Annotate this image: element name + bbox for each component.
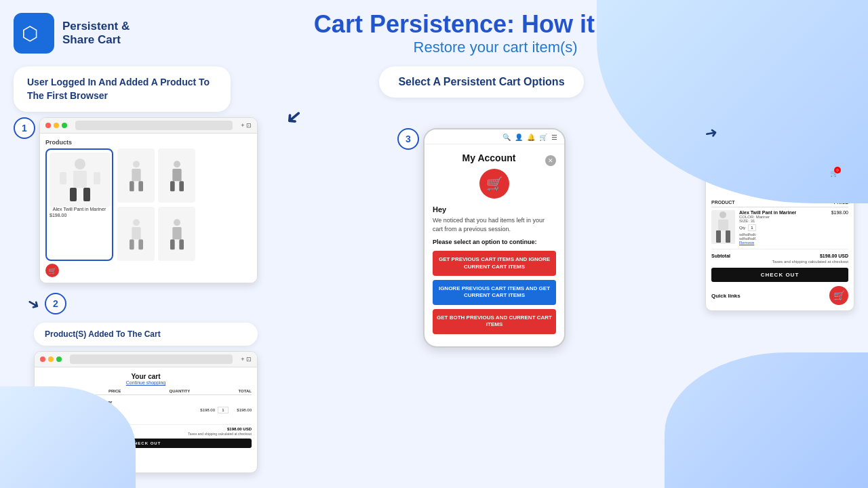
device2-subtotal-label: Subtotal (711, 253, 730, 258)
person3-svg (163, 159, 191, 192)
step2-area: ➜ 2 (14, 293, 258, 314)
svg-point-18 (174, 220, 180, 226)
device2-cart-btn[interactable]: 🛒 (829, 286, 848, 305)
phone-select-msg: Please select an option to continue: (433, 239, 556, 245)
step1-browser: + ⊡ Products (39, 117, 258, 283)
product-price-1: $198.00 (50, 213, 109, 218)
page-content: ⬡ Persistent & Share Cart Cart Persisten… (0, 0, 868, 488)
dot-red (45, 123, 51, 128)
person-svg (56, 156, 104, 203)
phone-top-bar: 🔍 👤 🔔 🛒 ☰ (425, 129, 564, 144)
btn-ignore-previous[interactable]: IGNORE PREVIOUS CART ITEMS AND GET CURRE… (433, 280, 556, 305)
dot-green (62, 123, 67, 128)
device2-prod-info: Alex Twill Pant in Mariner COLOR: Marine… (739, 210, 827, 245)
svg-rect-12 (170, 182, 175, 192)
device2-prod-image (711, 210, 735, 244)
product-grid-right (117, 148, 195, 261)
col-quantity: QUANTITY (170, 389, 191, 393)
person2-svg (123, 159, 150, 192)
dot-green-2 (56, 357, 62, 362)
cart-button-1[interactable]: 🛒 (45, 264, 59, 277)
svg-rect-8 (130, 182, 134, 192)
product-name-1: Alex Twill Pant in Mariner (50, 207, 109, 212)
cart-continue[interactable]: Continue shopping (40, 380, 252, 385)
device2-prod-size: SIZE: 31 (739, 219, 827, 223)
url-bar-2 (70, 354, 233, 364)
logo-label: Persistent & Share Cart (62, 20, 130, 47)
search-icon: 🔍 (502, 134, 511, 141)
browser1-body: Products (40, 134, 257, 283)
svg-rect-11 (172, 169, 181, 181)
menu-icon: ☰ (551, 134, 557, 141)
device2-taxes: Taxes and shipping calculated at checkou… (711, 260, 848, 264)
device2-subtotal-value: $198.00 USD (820, 253, 848, 258)
svg-point-6 (133, 161, 140, 168)
browser-controls: + ⊡ (241, 122, 252, 129)
svg-point-26 (719, 211, 726, 218)
phone-message: We noticed that you had items left in yo… (433, 216, 556, 233)
bell-icon: 🔔 (527, 134, 535, 141)
logo-icon: ⬡ (22, 22, 38, 45)
step2-badge: 2 (45, 293, 66, 314)
cart-prod-total: $198.00 (231, 408, 252, 412)
arrow-step2-3: ➜ (279, 102, 308, 131)
product-row-3 (117, 207, 195, 261)
device2-prod-svg (711, 210, 735, 244)
device2-qty-row: Qty 1 (739, 224, 827, 231)
product-added-label: Product(S) Added To The Cart (34, 323, 258, 346)
close-icon[interactable]: ✕ (545, 155, 556, 166)
svg-rect-3 (83, 188, 90, 201)
svg-rect-1 (73, 171, 87, 188)
step1-label-box: User Logged In And Added A Product To Th… (14, 66, 231, 112)
device2-remove[interactable]: Remove (739, 241, 827, 245)
device2-qty[interactable]: 1 (748, 224, 755, 231)
cart-qty[interactable]: 1 (218, 407, 229, 413)
cart-icon: 🛒 (539, 134, 547, 141)
phone-account-header: My Account ✕ (433, 152, 556, 169)
col-price: PRICE (108, 389, 121, 393)
subtotal-value: $198.00 USD (227, 427, 252, 431)
svg-point-10 (174, 161, 180, 168)
btn-get-previous[interactable]: GET PREVIOUS CART ITEMS AND IGNORE CURRE… (433, 251, 556, 276)
product-row-2 (117, 148, 195, 203)
step1-row: 1 + ⊡ Products (14, 117, 258, 283)
svg-rect-17 (138, 240, 143, 250)
device2-cart-icon: 🛒0 (830, 169, 838, 177)
svg-point-0 (75, 159, 85, 169)
person-icon: 👤 (515, 134, 523, 141)
product-image-1 (50, 152, 111, 207)
svg-rect-16 (130, 240, 134, 250)
cart-count-badge: 0 (834, 167, 841, 174)
dot-yellow-2 (48, 357, 54, 362)
svg-rect-13 (179, 182, 184, 192)
browser1-bar: + ⊡ (40, 118, 257, 134)
cart-title: Your cart (40, 373, 252, 380)
svg-rect-20 (170, 240, 175, 250)
logo-text: Persistent & Share Cart (62, 20, 130, 47)
person4-svg (123, 217, 150, 251)
phone-body: My Account ✕ 🛒 Hey We noticed that you h… (425, 144, 564, 346)
step1-badge: 1 (14, 117, 35, 139)
checkout-btn-device2[interactable]: CHECK OUT (711, 268, 848, 282)
arrow-down: ➜ (24, 293, 43, 314)
svg-rect-15 (132, 227, 140, 239)
btn-get-both[interactable]: GET BOTH PREVIOUS AND CURRENT CART ITEMS (433, 309, 556, 334)
browser2-controls: + ⊡ (241, 356, 252, 363)
svg-rect-28 (716, 230, 721, 243)
product-card-5 (158, 207, 195, 261)
svg-point-14 (133, 220, 140, 226)
quick-links-label: Quick links (711, 293, 741, 299)
device2-cart-row: Alex Twill Pant in Mariner COLOR: Marine… (711, 210, 848, 249)
phone-hey: Hey (433, 205, 556, 214)
svg-rect-27 (718, 220, 728, 230)
phone-container: 🔍 👤 🔔 🛒 ☰ My Account ✕ 🛒 (423, 128, 566, 348)
svg-rect-2 (70, 188, 77, 201)
svg-rect-29 (726, 230, 730, 243)
phone-mockup: 🔍 👤 🔔 🛒 ☰ My Account ✕ 🛒 (423, 128, 566, 348)
svg-rect-9 (138, 182, 143, 192)
product-card-main: Alex Twill Pant in Mariner $198.00 (45, 148, 113, 261)
product-card-4 (117, 207, 155, 261)
cart-prod-price: $198.00 (195, 408, 215, 412)
quick-links-row: Quick links 🛒 (711, 286, 848, 305)
product-card-3 (158, 148, 195, 203)
